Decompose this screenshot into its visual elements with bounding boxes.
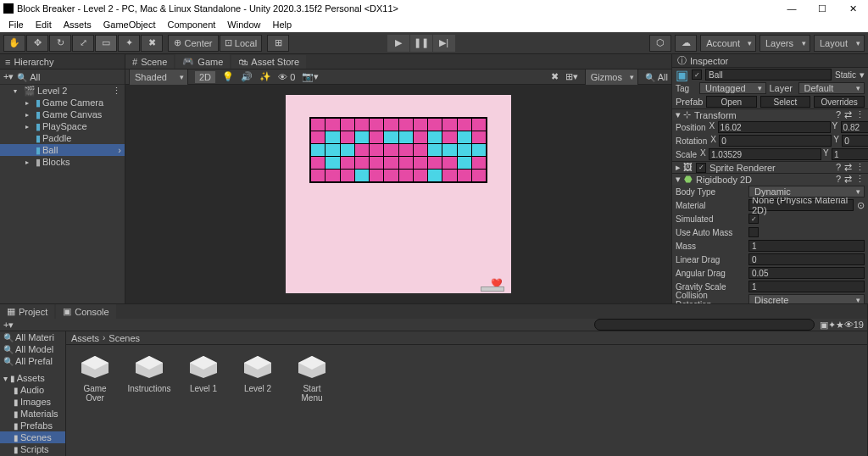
assets-folder[interactable]: ▾ ▮ Assets (0, 372, 65, 384)
menu-edit[interactable]: Edit (31, 18, 57, 31)
project-add[interactable]: +▾ (3, 320, 14, 331)
layers-dropdown[interactable]: Layers (760, 35, 810, 52)
menu-icon[interactable]: ⋮ (855, 109, 865, 120)
scene-level-2[interactable]: Level 2 (237, 353, 278, 393)
scene-row[interactable]: ▾🎬 Level 2⋮ (0, 85, 125, 97)
audio-toggle[interactable]: 🔊 (241, 71, 253, 82)
hierarchy-item-camera[interactable]: ▸▮ Game Camera (0, 97, 125, 108)
angular-drag-field[interactable] (748, 267, 865, 279)
breadcrumb[interactable]: Assets › Scenes (66, 331, 867, 345)
prefab-select-button[interactable]: Select (760, 96, 811, 108)
hierarchy-search[interactable]: All (30, 72, 40, 82)
pivot-local-toggle[interactable]: ⊡Local (220, 35, 262, 52)
linear-drag-field[interactable] (748, 253, 865, 265)
menu-gameobject[interactable]: GameObject (98, 18, 161, 31)
auto-mass-checkbox[interactable] (748, 227, 759, 237)
hierarchy-add[interactable]: +▾ (3, 71, 14, 82)
folder-scenes[interactable]: ▮ Scenes (0, 431, 65, 443)
console-tab[interactable]: ▣ Console (56, 304, 115, 319)
material-picker-icon[interactable]: ⊙ (857, 200, 865, 211)
layout-dropdown[interactable]: Layout (814, 35, 865, 52)
scale-y[interactable] (832, 148, 868, 160)
collision-detection-dropdown[interactable]: Discrete (748, 294, 865, 303)
object-name-field[interactable] (705, 69, 832, 81)
scene-level-1[interactable]: Level 1 (183, 353, 224, 393)
menu-help[interactable]: Help (267, 18, 297, 31)
hierarchy-item-canvas[interactable]: ▸▮ Game Canvas (0, 108, 125, 120)
2d-toggle[interactable]: 2D (195, 71, 215, 83)
step-button[interactable]: ▶| (433, 35, 455, 52)
pos-y[interactable] (841, 121, 868, 133)
fx-toggle[interactable]: ✨ (259, 71, 271, 82)
scene-instructions[interactable]: Instructions (129, 353, 170, 393)
play-button[interactable]: ▶ (387, 35, 409, 52)
hidden-icon[interactable]: 👁19 (844, 320, 864, 330)
scale-tool[interactable]: ⤢ (72, 35, 94, 52)
gravity-scale-field[interactable] (748, 281, 865, 292)
snap-toggle[interactable]: ⊞ (267, 35, 289, 52)
prefab-open-button[interactable]: Open (706, 96, 757, 108)
fav-icon[interactable]: ✦ (828, 320, 836, 331)
fav-materials[interactable]: 🔍 All Materi (0, 331, 65, 343)
rot-y[interactable] (842, 135, 868, 147)
static-dropdown[interactable]: ▾ (860, 70, 865, 81)
rotate-tool[interactable]: ↻ (49, 35, 71, 52)
simulated-checkbox[interactable]: ✓ (748, 214, 759, 224)
pos-x[interactable] (718, 121, 831, 133)
hierarchy-item-paddle[interactable]: ▮ Paddle (0, 132, 125, 144)
scene-view[interactable]: ❤️ (125, 85, 671, 303)
scene-search[interactable]: All (658, 72, 668, 82)
pivot-center-toggle[interactable]: ⊕Center (168, 35, 219, 52)
filter-icon[interactable]: ▣ (820, 320, 828, 331)
hand-tool[interactable]: ✋ (3, 35, 25, 52)
project-search[interactable] (594, 319, 815, 331)
transform-header[interactable]: ▾ ⊹ Transform?⇄⋮ (672, 108, 868, 120)
folder-images[interactable]: ▮ Images (0, 396, 65, 408)
hierarchy-tab[interactable]: ≡ Hierarchy (0, 54, 125, 70)
cloud-icon[interactable]: ☁ (675, 35, 697, 52)
folder-prefabs[interactable]: ▮ Prefabs (0, 420, 65, 431)
rigidbody-header[interactable]: ▾ ⬣ Rigidbody 2D?⇄⋮ (672, 173, 868, 185)
hierarchy-item-playspace[interactable]: ▸▮ PlaySpace (0, 120, 125, 132)
grid-toggle[interactable]: ⊞▾ (565, 71, 578, 82)
active-checkbox[interactable]: ✓ (692, 70, 702, 80)
rot-x[interactable] (719, 135, 832, 147)
hierarchy-item-blocks[interactable]: ▸▮ Blocks (0, 156, 125, 168)
game-tab[interactable]: 🎮 Game (175, 54, 230, 69)
move-tool[interactable]: ✥ (26, 35, 48, 52)
help-icon[interactable]: ? (836, 109, 841, 120)
inspector-tab[interactable]: ⓘ Inspector (672, 54, 868, 68)
star-icon[interactable]: ★ (836, 320, 844, 331)
preset-icon[interactable]: ⇄ (844, 109, 852, 120)
account-dropdown[interactable]: Account (700, 35, 756, 52)
rect-tool[interactable]: ▭ (95, 35, 117, 52)
folder-scripts[interactable]: ▮ Scripts (0, 443, 65, 455)
collab-icon[interactable]: ⬡ (649, 35, 671, 52)
pause-button[interactable]: ❚❚ (410, 35, 432, 52)
lighting-toggle[interactable]: 💡 (222, 71, 234, 82)
menu-window[interactable]: Window (222, 18, 265, 31)
maximize-button[interactable]: ☐ (810, 0, 834, 17)
scene-tab[interactable]: # Scene (125, 55, 174, 69)
scale-x[interactable] (709, 148, 821, 160)
fav-models[interactable]: 🔍 All Model (0, 343, 65, 355)
shading-mode-dropdown[interactable]: Shaded (129, 69, 188, 86)
tools-toggle[interactable]: ✖ (551, 71, 559, 82)
fav-prefabs[interactable]: 🔍 All Prefal (0, 355, 65, 367)
asset-store-tab[interactable]: 🛍 Asset Store (231, 55, 306, 69)
scene-game-over[interactable]: Game Over (75, 353, 115, 403)
custom-tool[interactable]: ✖ (141, 35, 163, 52)
menu-component[interactable]: Component (162, 18, 220, 31)
project-tab[interactable]: ▦ Project (0, 304, 54, 319)
folder-audio[interactable]: ▮ Audio (0, 384, 65, 396)
rb-material-field[interactable]: None (Physics Material 2D) (748, 199, 854, 211)
camera-toggle[interactable]: 📷▾ (302, 71, 319, 82)
close-button[interactable]: ✕ (841, 0, 865, 17)
tag-dropdown[interactable]: Untagged (699, 82, 766, 94)
visibility-toggle[interactable]: 👁 0 (278, 72, 295, 82)
menu-file[interactable]: File (3, 18, 29, 31)
prefab-overrides-button[interactable]: Overrides (814, 96, 865, 108)
hierarchy-item-ball[interactable]: ▮ Ball› (0, 144, 125, 156)
menu-assets[interactable]: Assets (58, 18, 97, 31)
layer-dropdown[interactable]: Default (798, 82, 865, 94)
